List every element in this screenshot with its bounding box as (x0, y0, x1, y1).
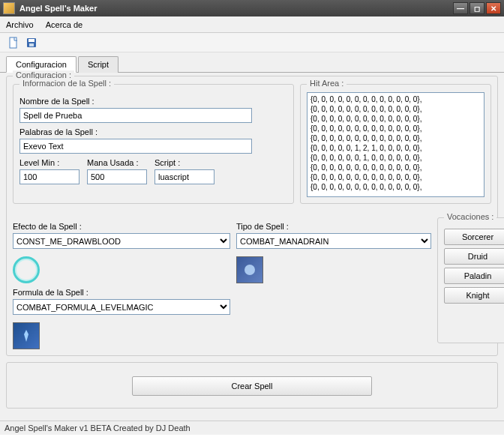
tab-script[interactable]: Script (78, 56, 118, 73)
effect-preview-icon (13, 256, 40, 283)
crear-spell-button[interactable]: Crear Spell (132, 376, 372, 396)
formula-preview-icon (13, 322, 40, 349)
vocacion-druid-button[interactable]: Druid (444, 248, 504, 265)
vocacion-knight-button[interactable]: Knight (444, 287, 504, 304)
save-icon[interactable] (26, 37, 38, 49)
close-button[interactable]: ✕ (486, 2, 501, 14)
palabras-input[interactable] (20, 139, 252, 154)
menu-archivo[interactable]: Archivo (6, 20, 34, 29)
label-levelmin: Level Min : (20, 158, 80, 167)
formula-select[interactable]: COMBAT_FORMULA_LEVELMAGIC (13, 299, 230, 315)
svg-rect-0 (10, 37, 16, 48)
menubar: Archivo Acerca de (0, 16, 504, 33)
levelmin-input[interactable] (20, 169, 80, 184)
mana-input[interactable] (87, 169, 147, 184)
window-title: Angel Spell's Maker (20, 4, 453, 13)
config-group: Configuracion : Informacion de la Spell … (6, 76, 498, 356)
svg-marker-4 (24, 330, 28, 342)
label-script: Script : (154, 158, 214, 167)
label-tipo: Tipo de Spell : (236, 222, 431, 231)
label-efecto: Efecto de la Spell : (13, 222, 230, 231)
label-nombre: Nombre de la Spell : (20, 97, 287, 106)
vocaciones-group: Vocaciones : Sorcerer Druid Paladin Knig… (437, 217, 504, 343)
titlebar: Angel Spell's Maker — ◻ ✕ (0, 0, 504, 16)
tabstrip: Configuracion Script (0, 52, 504, 73)
svg-rect-3 (29, 43, 34, 46)
tipo-preview-icon (236, 256, 263, 283)
info-legend: Informacion de la Spell : (20, 79, 114, 88)
vocaciones-legend: Vocaciones : (444, 212, 496, 221)
minimize-button[interactable]: — (453, 2, 468, 14)
label-mana: Mana Usada : (87, 158, 147, 167)
tipo-select[interactable]: COMBAT_MANADRAIN (236, 233, 431, 249)
menu-acerca[interactable]: Acerca de (46, 20, 83, 29)
vocacion-paladin-button[interactable]: Paladin (444, 268, 504, 284)
label-formula: Formula de la Spell : (13, 288, 230, 297)
new-file-icon[interactable] (8, 37, 20, 49)
nombre-input[interactable] (20, 108, 252, 123)
app-icon (3, 2, 15, 14)
statusbar: Angel Spell's Maker v1 BETA Created by D… (0, 421, 504, 435)
hitarea-legend: Hit Area : (307, 79, 346, 88)
toolbar (0, 33, 504, 52)
hitarea-textbox[interactable]: {0, 0, 0, 0, 0, 0, 0, 0, 0, 0, 0, 0, 0},… (307, 92, 484, 197)
vocacion-sorcerer-button[interactable]: Sorcerer (444, 229, 504, 245)
svg-point-5 (244, 265, 255, 275)
maximize-button[interactable]: ◻ (470, 2, 484, 14)
script-input[interactable] (154, 169, 214, 184)
label-palabras: Palabras de la Spell : (20, 127, 287, 136)
crear-group: Crear Spell (6, 362, 498, 409)
info-group: Informacion de la Spell : Nombre de la S… (13, 84, 294, 204)
hitarea-group: Hit Area : {0, 0, 0, 0, 0, 0, 0, 0, 0, 0… (300, 84, 491, 204)
svg-rect-2 (28, 39, 34, 42)
efecto-select[interactable]: CONST_ME_DRAWBLOOD (13, 233, 230, 249)
